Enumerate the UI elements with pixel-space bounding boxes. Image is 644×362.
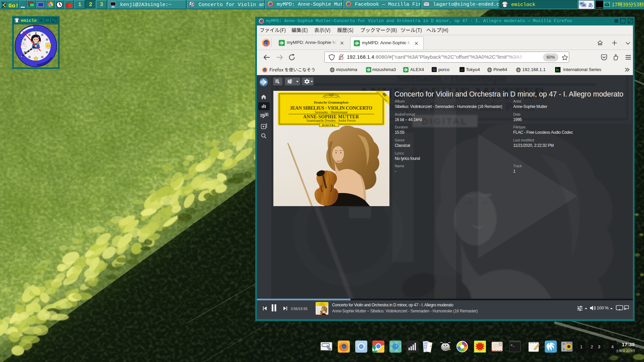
svg-text:Go!: Go!	[8, 3, 19, 9]
svg-text:emiclo: emiclo	[21, 18, 37, 23]
svg-text:6: 6	[266, 113, 267, 116]
svg-text:Deutsche Grammophon: Deutsche Grammophon	[313, 101, 348, 104]
svg-text:>_: >_	[511, 344, 515, 347]
svg-text:Staatskapelle Dresden · André: Staatskapelle Dresden · André Previn	[307, 119, 356, 122]
svg-text:h: h	[556, 67, 559, 72]
svg-text:Serenades · Humoresque: Serenades · Humoresque	[315, 110, 348, 114]
svg-text:DIGITAL: DIGITAL	[322, 124, 336, 127]
svg-text:JEAN SIBELIUS · VIOLIN CONCERT: JEAN SIBELIUS · VIOLIN CONCERTO	[290, 105, 372, 111]
